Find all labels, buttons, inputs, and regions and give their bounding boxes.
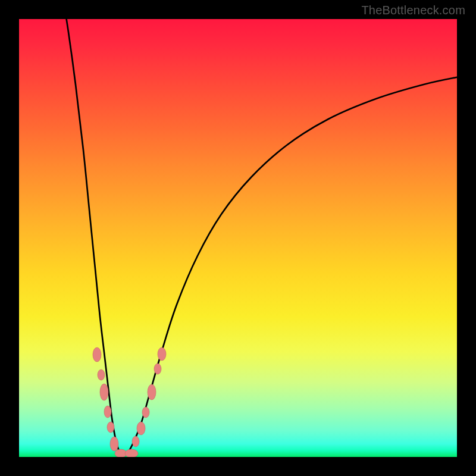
data-marker xyxy=(142,407,149,418)
data-marker xyxy=(154,364,161,374)
data-marker xyxy=(98,369,105,380)
watermark-text: TheBottleneck.com xyxy=(361,4,465,17)
data-marker xyxy=(93,347,101,362)
data-marker xyxy=(148,384,156,400)
data-marker xyxy=(132,436,139,447)
data-marker xyxy=(104,406,111,418)
curve-left-branch xyxy=(62,19,123,456)
data-marker xyxy=(137,422,145,435)
data-marker xyxy=(125,449,138,457)
data-marker xyxy=(110,437,118,451)
data-marker xyxy=(107,422,114,433)
curve-layer xyxy=(19,19,457,457)
outer-frame: TheBottleneck.com xyxy=(0,0,476,476)
curve-right-branch xyxy=(123,77,457,456)
data-marker xyxy=(158,347,166,361)
data-marker xyxy=(100,384,108,400)
plot-area xyxy=(19,19,457,457)
